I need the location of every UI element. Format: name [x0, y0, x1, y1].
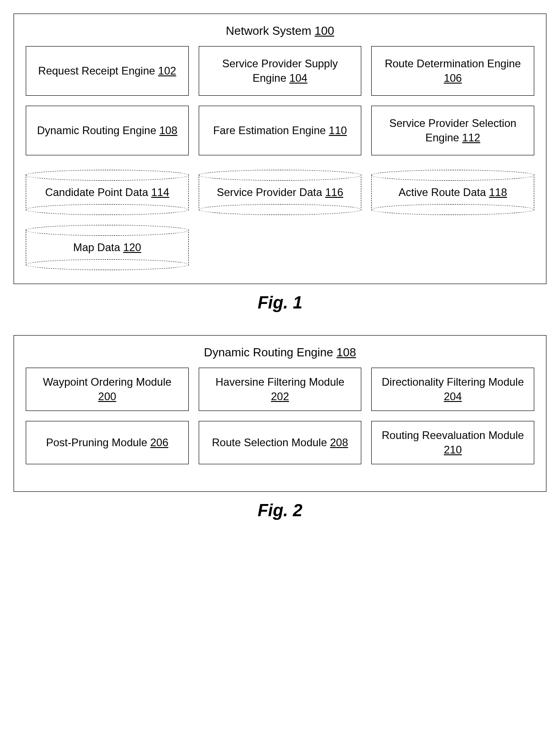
box-routing-reevaluation-module: Routing Reevaluation Module 210	[371, 421, 534, 464]
box-route-selection-module: Route Selection Module 208	[199, 421, 362, 464]
cylinder-candidate-point-data: Candidate Point Data 114	[26, 170, 189, 215]
box-ref: 210	[444, 444, 462, 456]
cylinder-bottom-icon	[199, 204, 362, 215]
box-route-determination-engine: Route Determination Engine 106	[371, 46, 534, 96]
cylinder-bottom-icon	[371, 204, 534, 215]
box-label: Dynamic Routing Engine	[37, 124, 156, 136]
figure-1: Network System 100 Request Receipt Engin…	[14, 14, 546, 313]
box-label: Request Receipt Engine	[38, 65, 155, 77]
box-ref: 204	[444, 390, 462, 402]
box-label: Directionality Filtering Module	[382, 376, 524, 388]
box-ref: 102	[158, 65, 176, 77]
box-label: Service Provider Selection Engine	[389, 117, 516, 144]
box-label: Routing Reevaluation Module	[382, 429, 524, 441]
box-request-receipt-engine: Request Receipt Engine 102	[26, 46, 189, 96]
cylinder-label: Candidate Point Data	[45, 186, 148, 198]
figure-1-title-label: Network System	[226, 24, 311, 37]
box-label: Waypoint Ordering Module	[43, 376, 172, 388]
figure-2-title: Dynamic Routing Engine 108	[26, 345, 534, 359]
cylinder-bottom-icon	[26, 259, 189, 270]
box-ref: 200	[98, 390, 116, 402]
box-ref: 112	[462, 131, 480, 144]
figure-1-title-ref: 100	[315, 24, 334, 37]
figure-2-container: Dynamic Routing Engine 108 Waypoint Orde…	[14, 335, 546, 492]
cylinder-label: Service Provider Data	[217, 186, 322, 198]
cylinder-bottom-icon	[26, 204, 189, 215]
figure-2: Dynamic Routing Engine 108 Waypoint Orde…	[14, 335, 546, 520]
box-ref: 110	[329, 124, 347, 136]
box-ref: 106	[444, 72, 462, 84]
figure-1-container: Network System 100 Request Receipt Engin…	[14, 14, 546, 284]
figure-1-caption: Fig. 1	[14, 293, 546, 313]
cylinder-label: Active Route Data	[399, 186, 486, 198]
box-service-provider-supply-engine: Service Provider Supply Engine 104	[199, 46, 362, 96]
box-label: Haversine Filtering Module	[215, 376, 344, 388]
cylinder-label: Map Data	[73, 241, 120, 253]
box-ref: 104	[289, 72, 308, 84]
box-haversine-filtering-module: Haversine Filtering Module 202	[199, 368, 362, 411]
box-label: Fare Estimation Engine	[213, 124, 326, 136]
cylinder-map-data: Map Data 120	[26, 225, 189, 270]
box-directionality-filtering-module: Directionality Filtering Module 204	[371, 368, 534, 411]
box-dynamic-routing-engine: Dynamic Routing Engine 108	[26, 106, 189, 155]
box-fare-estimation-engine: Fare Estimation Engine 110	[199, 106, 362, 155]
figure-2-title-ref: 108	[336, 345, 356, 359]
box-label: Service Provider Supply Engine	[222, 57, 338, 84]
figure-2-grid: Waypoint Ordering Module 200 Haversine F…	[26, 368, 534, 464]
figure-2-title-label: Dynamic Routing Engine	[204, 345, 333, 359]
box-post-pruning-module: Post-Pruning Module 206	[26, 421, 189, 464]
cylinder-active-route-data: Active Route Data 118	[371, 170, 534, 215]
figure-1-cylinder-grid: Candidate Point Data 114 Service Provide…	[26, 170, 534, 270]
cylinder-service-provider-data: Service Provider Data 116	[199, 170, 362, 215]
figure-1-title: Network System 100	[26, 24, 534, 38]
box-service-provider-selection-engine: Service Provider Selection Engine 112	[371, 106, 534, 155]
box-label: Post-Pruning Module	[46, 436, 147, 448]
box-ref: 202	[271, 390, 289, 402]
figure-2-caption: Fig. 2	[14, 501, 546, 520]
cylinder-ref: 114	[151, 186, 169, 198]
box-waypoint-ordering-module: Waypoint Ordering Module 200	[26, 368, 189, 411]
cylinder-ref: 118	[489, 186, 507, 198]
cylinder-ref: 116	[325, 186, 343, 198]
box-ref: 108	[159, 124, 177, 136]
figure-1-rect-grid: Request Receipt Engine 102 Service Provi…	[26, 46, 534, 155]
box-label: Route Determination Engine	[385, 57, 521, 70]
box-ref: 208	[330, 436, 348, 448]
box-ref: 206	[150, 436, 168, 448]
cylinder-ref: 120	[123, 241, 141, 253]
box-label: Route Selection Module	[212, 436, 327, 448]
